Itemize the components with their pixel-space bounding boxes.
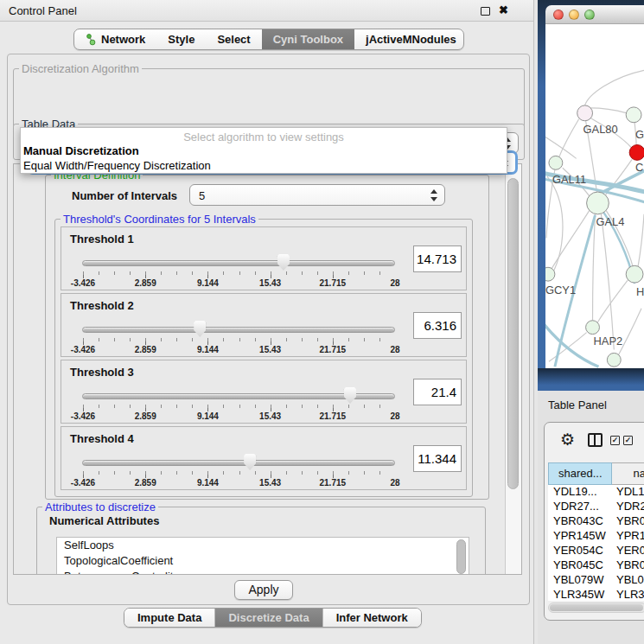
attribute-list-item[interactable]: TopologicalCoefficient [57,553,469,569]
table-body[interactable]: YDL19...YDL1YDR27...YDR2YBR043CYBR0YPR14… [548,485,644,601]
cell-name[interactable]: YER0 [614,544,644,558]
dropdown-option-equal-width[interactable]: Equal Width/Frequency Discretization [23,159,211,172]
table-row[interactable]: YBR043CYBR0 [548,514,644,529]
network-node[interactable] [577,105,593,121]
table-header-row: shared... na [548,462,644,485]
table-row[interactable]: YER054CYER0 [548,544,644,558]
network-node[interactable] [586,321,600,335]
network-node[interactable] [626,265,643,283]
cell-shared-name[interactable]: YDR27... [548,500,614,514]
threshold-1-value-field[interactable]: 14.713 [413,245,462,272]
number-of-intervals-combobox[interactable]: 5 [189,184,445,206]
cell-shared-name[interactable]: YBR045C [548,558,614,573]
network-node[interactable] [545,267,555,281]
tick-label: -3.426 [71,345,95,354]
tick-label: 28 [390,411,399,421]
tab-cyni-toolbox[interactable]: Cyni Toolbox [262,29,354,49]
network-node-selected[interactable] [629,145,644,161]
threshold-3-value-field[interactable]: 21.4 [413,379,462,405]
algorithm-dropdown-popup: Select algorithm to view settings Manual… [20,127,507,174]
checkbox-icon[interactable]: ✓ [610,436,620,445]
application-window: Control Panel ✖ Network Style Select Cyn… [0,0,644,644]
attribute-list-item[interactable]: BetweennessCentrality [57,569,469,575]
table-panel-toolbar: ⚙ ✓ ✓ [545,423,644,461]
tab-infer-network[interactable]: Infer Network [322,609,421,627]
cell-shared-name[interactable]: YBL079W [548,573,614,588]
tab-jactivemnodules[interactable]: jActiveMNodules [354,29,464,49]
network-node-label: GCY1 [545,284,576,296]
slider-ticks [83,338,395,345]
table-row[interactable]: YBL079WYBL0 [548,573,644,588]
gear-icon[interactable]: ⚙ [560,431,575,449]
minimize-traffic-light-icon[interactable] [569,10,579,20]
table-row[interactable]: YDL19...YDL1 [548,485,644,500]
threshold-panel-4: Threshold 4 -3.4262.8599.14415.4321.7152… [61,426,467,490]
split-columns-icon[interactable] [588,433,603,447]
table-row[interactable]: YDR27...YDR2 [548,500,644,514]
cell-name[interactable]: YPR1 [614,529,644,544]
zoom-traffic-light-icon[interactable] [584,10,595,20]
bottom-tabbar: Impute Data Discretize Data Infer Networ… [124,608,422,628]
network-canvas[interactable]: GAL80GACGAL11GAL4GCY1HHAP2 [545,24,644,368]
network-node[interactable] [549,156,563,169]
scrollbar-thumb[interactable] [507,178,519,489]
cell-name[interactable]: YDL1 [614,485,644,500]
threshold-2-value-field[interactable]: 6.316 [413,312,462,339]
scrollbar-thumb[interactable] [550,604,643,611]
tab-network[interactable]: Network [74,29,156,49]
list-scrollbar[interactable] [456,539,466,574]
close-traffic-light-icon[interactable] [553,10,564,20]
cell-name[interactable]: YDR2 [614,500,644,514]
interval-definition-group: Interval Definition Number of Intervals … [45,175,489,500]
apply-button[interactable]: Apply [234,580,293,600]
cell-shared-name[interactable]: YER054C [548,544,614,558]
control-panel: Control Panel ✖ Network Style Select Cyn… [0,0,534,644]
float-window-icon[interactable] [481,7,490,16]
table-row[interactable]: YBR045CYBR0 [548,558,644,573]
threshold-2-slider-handle[interactable] [194,321,206,337]
tab-style-label: Style [168,33,194,46]
cell-shared-name[interactable]: YBR043C [548,514,614,529]
tick-label: -3.426 [71,411,95,421]
column-header-shared-name[interactable]: shared... [548,462,612,485]
node-table: shared... na YDL19...YDL1YDR27...YDR2YBR… [548,462,644,601]
cell-shared-name[interactable]: YDL19... [548,485,614,500]
tab-impute-data[interactable]: Impute Data [124,609,214,627]
numerical-attributes-list[interactable]: SelfLoopsTopologicalCoefficientBetweenne… [56,537,469,575]
network-node[interactable] [587,192,609,214]
tab-style[interactable]: Style [156,29,206,49]
tick-label: 2.859 [135,345,156,354]
network-window-frame: GAL80GACGAL11GAL4GCY1HHAP2 [538,0,644,391]
cell-name[interactable]: YLR3 [614,588,644,601]
threshold-4-slider-handle[interactable] [244,454,256,470]
table-row[interactable]: YPR145WYPR1 [548,529,644,544]
threshold-1-slider-handle[interactable] [277,254,290,271]
threshold-4-value-field[interactable]: 11.344 [413,445,462,472]
threshold-3-slider-handle[interactable] [344,387,356,404]
checkbox-icon[interactable]: ✓ [623,436,633,445]
table-panel-title: Table Panel [548,399,607,411]
tick-label: 9.144 [197,278,219,288]
discretization-algorithm-group-title: Discretization Algorithm [19,62,142,75]
network-icon [86,34,97,46]
cell-name[interactable]: YBL0 [614,573,644,588]
network-window-titlebar[interactable] [545,5,644,24]
dropdown-option-manual[interactable]: Manual Discretization [23,144,139,157]
cell-name[interactable]: YBR0 [614,514,644,529]
attribute-list-item[interactable]: SelfLoops [57,538,469,553]
tick-label: 21.715 [320,478,347,488]
cell-name[interactable]: YBR0 [614,558,644,573]
close-icon[interactable]: ✖ [499,3,508,16]
tick-label: 15.43 [259,478,281,488]
network-node[interactable] [607,353,621,367]
network-node[interactable] [626,107,641,123]
tab-select[interactable]: Select [206,29,261,49]
column-header-name[interactable]: na [612,462,644,485]
cell-shared-name[interactable]: YPR145W [548,529,614,544]
tab-discretize-data[interactable]: Discretize Data [214,609,322,627]
tab-cyni-toolbox-label: Cyni Toolbox [273,33,343,46]
cell-shared-name[interactable]: YLR345W [548,588,614,601]
table-horizontal-scrollbar[interactable] [548,603,644,613]
settings-vertical-scrollbar[interactable] [505,164,521,574]
table-row[interactable]: YLR345WYLR3 [548,588,644,601]
